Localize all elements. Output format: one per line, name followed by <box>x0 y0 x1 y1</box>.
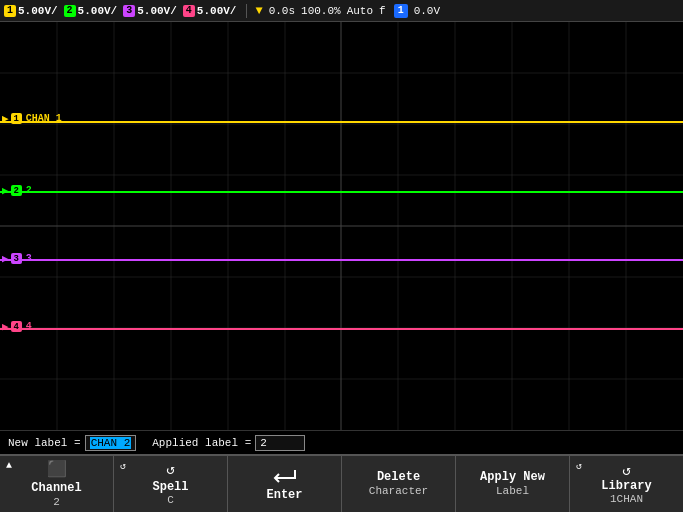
enter-button[interactable]: Enter <box>228 456 342 512</box>
applied-label-value: 2 <box>260 437 267 449</box>
new-label-value: CHAN 2 <box>90 437 132 449</box>
library-button-label: Library <box>601 479 651 493</box>
enter-button-label: Enter <box>266 488 302 502</box>
ch3-label: 3 <box>26 253 32 264</box>
delete-button-bottom-label: Character <box>369 485 428 498</box>
scale-value: 100.0% <box>301 5 341 17</box>
oscilloscope-screen: ▶ 1 CHAN 1 ▶ 2 2 ▶ 3 3 ▶ 4 4 <box>0 22 683 430</box>
delete-character-button[interactable]: Delete Character <box>342 456 456 512</box>
new-label-prefix: New label = <box>8 437 81 449</box>
ch1-voltage: 5.00V/ <box>18 5 58 17</box>
ch2-number: 2 <box>64 5 76 17</box>
trigger-arrow: ▼ <box>255 4 262 18</box>
ch4-header: 4 5.00V/ <box>183 5 237 17</box>
ch1-number: 1 <box>4 5 16 17</box>
ch2-voltage: 5.00V/ <box>78 5 118 17</box>
library-button-sublabel: 1CHAN <box>610 493 643 506</box>
spell-button-sublabel: C <box>167 494 174 507</box>
ch4-marker: ▶ 4 4 <box>2 320 32 333</box>
status-bar: New label = CHAN 2 Applied label = 2 <box>0 430 683 454</box>
apply-button-bottom-label: Label <box>496 485 529 498</box>
ch2-marker: ▶ 2 2 <box>2 184 32 197</box>
channel-button-label: Channel <box>31 481 81 495</box>
apply-new-label-button[interactable]: Apply New Label <box>456 456 570 512</box>
applied-label-box: 2 <box>255 435 305 451</box>
ch2-header: 2 5.00V/ <box>64 5 118 17</box>
ch2-label: 2 <box>26 185 32 196</box>
trigger-mode: Auto <box>347 5 373 17</box>
spell-icon: ↺ <box>166 461 174 478</box>
ch4-number: 4 <box>183 5 195 17</box>
applied-label-prefix: Applied label = <box>152 437 251 449</box>
ch4-voltage: 5.00V/ <box>197 5 237 17</box>
channel-up-arrow: ▲ <box>6 460 12 471</box>
header-divider-1 <box>246 4 247 18</box>
ch3-number: 3 <box>123 5 135 17</box>
new-label-box: CHAN 2 <box>85 435 137 451</box>
channel-button[interactable]: ▲ ⬛ Channel 2 <box>0 456 114 512</box>
applied-label-item: Applied label = 2 <box>152 435 305 451</box>
oscilloscope-header: 1 5.00V/ 2 5.00V/ 3 5.00V/ 4 5.00V/ ▼ 0.… <box>0 0 683 22</box>
timebase-value: 0.0s <box>269 5 295 17</box>
ch4-label: 4 <box>26 321 32 332</box>
ch3-header: 3 5.00V/ <box>123 5 177 17</box>
ch1-header: 1 5.00V/ <box>4 5 58 17</box>
run-indicator: 1 <box>394 4 408 18</box>
delete-button-top-label: Delete <box>377 470 420 484</box>
ch1-label: CHAN 1 <box>26 113 62 124</box>
library-arrow: ↺ <box>576 460 582 472</box>
grid-overlay <box>0 22 683 430</box>
spell-button-label: Spell <box>152 480 188 494</box>
trigger-symbol: f <box>379 5 386 17</box>
ch3-marker: ▶ 3 3 <box>2 252 32 265</box>
voltage-right: 0.0V <box>414 5 440 17</box>
library-icon: ↺ <box>622 462 630 479</box>
channel-button-sublabel: 2 <box>53 496 60 509</box>
ch3-voltage: 5.00V/ <box>137 5 177 17</box>
channel-icon: ⬛ <box>47 459 67 479</box>
library-button[interactable]: ↺ ↺ Library 1CHAN <box>570 456 683 512</box>
spell-up-arrow: ↺ <box>120 460 126 472</box>
spell-button[interactable]: ↺ ↺ Spell C <box>114 456 228 512</box>
ch1-marker: ▶ 1 CHAN 1 <box>2 112 62 125</box>
button-bar: ▲ ⬛ Channel 2 ↺ ↺ Spell C Enter Delete C… <box>0 454 683 512</box>
trigger-info: ▼ 0.0s 100.0% Auto f 1 0.0V <box>255 4 440 18</box>
enter-icon <box>270 466 300 488</box>
new-label-item: New label = CHAN 2 <box>8 435 136 451</box>
apply-button-top-label: Apply New <box>480 470 545 484</box>
